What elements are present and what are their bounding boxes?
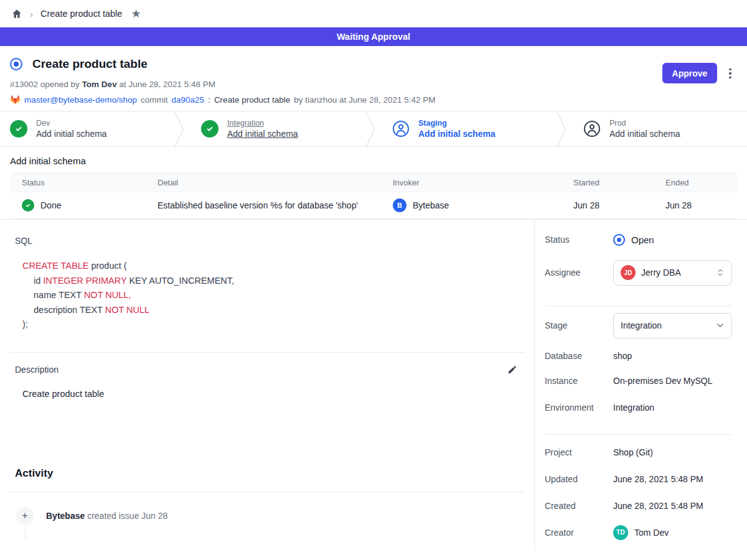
issue-open-time: at June 28, 2021 5:48 PM — [119, 80, 215, 89]
col-ended: Ended — [654, 174, 737, 192]
environment-label: Environment — [545, 403, 613, 413]
status-label: Status — [545, 235, 613, 245]
open-status-icon — [613, 234, 625, 246]
status-banner: Waiting Approval — [0, 27, 747, 46]
assignee-select[interactable]: JD Jerry DBA — [613, 260, 732, 286]
stage-separator — [365, 111, 376, 146]
breadcrumb: › Create product table ★ — [0, 0, 747, 27]
branch-repo-link[interactable]: master@bytebase-demo/shop — [24, 93, 137, 106]
stage-dev[interactable]: Dev Add initial schema — [0, 111, 174, 146]
page-title: Create product table — [32, 57, 148, 71]
stage-label: Stage — [545, 320, 613, 330]
activity-item: + Bytebase created issue Jun 28 — [16, 507, 525, 525]
chevron-right-icon: › — [30, 9, 33, 19]
gitlab-icon — [10, 95, 21, 105]
commit-word: commit — [141, 93, 168, 106]
status-banner-text: Waiting Approval — [337, 32, 410, 42]
more-options-icon[interactable] — [727, 65, 733, 82]
sql-label: SQL — [15, 236, 525, 246]
sql-text: KEY AUTO_INCREMENT, — [126, 276, 234, 286]
sql-keyword: NOT NULL, — [84, 290, 131, 300]
sql-text: name TEXT — [34, 290, 84, 300]
task-status-text: Done — [40, 200, 61, 210]
activity-heading: Activity — [15, 467, 525, 480]
assignee-value: Jerry DBA — [641, 268, 710, 278]
database-label: Database — [545, 351, 613, 361]
person-circle-icon — [583, 120, 601, 138]
activity-action: created issue Jun 28 — [87, 511, 167, 521]
divider — [545, 434, 732, 435]
edit-pencil-icon[interactable] — [507, 365, 517, 375]
col-detail: Detail — [146, 174, 381, 192]
sql-text: id — [34, 276, 43, 286]
issue-meta: #13002 opened by Tom Dev at June 28, 202… — [10, 78, 737, 91]
stage-pipeline: Dev Add initial schema Integration Add i… — [0, 111, 747, 147]
sql-code-block: CREATE TABLE product ( id INTEGER PRIMAR… — [22, 259, 525, 332]
stage-task-label: Add initial schema — [418, 128, 496, 140]
status-value: Open — [631, 235, 654, 245]
selector-icon — [715, 268, 725, 278]
issue-id-text: #13002 opened by — [10, 80, 80, 89]
stage-integration[interactable]: Integration Add initial schema — [185, 111, 365, 146]
instance-label: Instance — [545, 376, 613, 386]
table-header-row: Status Detail Invoker Started Ended — [10, 174, 737, 192]
stage-select[interactable]: Integration — [613, 313, 732, 338]
creator-avatar: TD — [613, 525, 628, 540]
description-content: Create product table — [22, 389, 525, 399]
creator-label: Creator — [545, 528, 613, 538]
person-circle-icon — [392, 120, 410, 138]
stage-task-label: Add initial schema — [36, 128, 107, 140]
stage-env-link[interactable]: Integration — [227, 118, 298, 128]
database-value: shop — [613, 351, 632, 361]
task-ended-date: Jun 28 — [654, 192, 737, 219]
approve-button[interactable]: Approve — [662, 63, 717, 83]
commit-message: Create product table — [214, 93, 290, 106]
commit-hash-link[interactable]: da90a25 — [172, 93, 205, 106]
breadcrumb-page-title: Create product table — [40, 9, 122, 19]
sql-keyword: INTEGER PRIMARY — [43, 276, 126, 286]
stage-task-link[interactable]: Add initial schema — [227, 128, 298, 140]
bookmark-star-icon[interactable]: ★ — [131, 7, 141, 21]
updated-value: June 28, 2021 5:48 PM — [613, 474, 703, 484]
created-value: June 28, 2021 5:48 PM — [613, 501, 703, 511]
activity-actor: Bytebase — [46, 511, 85, 521]
sql-text: description TEXT — [34, 305, 105, 315]
issue-sidebar: Status Open Assignee JD Jerry DBA Stage … — [534, 220, 747, 550]
project-value: Shop (Git) — [613, 447, 653, 457]
stage-prod[interactable]: Prod Add initial schema — [567, 111, 747, 146]
invoker-name: Bytebase — [413, 200, 449, 210]
stage-env-label: Staging — [418, 118, 496, 128]
commit-info: master@bytebase-demo/shop commit da90a25… — [10, 93, 737, 106]
issue-author: Tom Dev — [82, 80, 117, 89]
bytebase-avatar: B — [393, 198, 406, 212]
plus-icon: + — [16, 507, 34, 525]
check-circle-icon — [10, 120, 27, 138]
col-invoker: Invoker — [381, 174, 561, 192]
issue-open-icon — [10, 58, 22, 70]
instance-value: On-premises Dev MySQL — [613, 376, 712, 386]
updated-label: Updated — [545, 474, 613, 484]
stage-value: Integration — [621, 320, 710, 330]
stage-staging[interactable]: Staging Add initial schema — [376, 111, 556, 146]
project-label: Project — [545, 447, 613, 457]
stage-env-label: Dev — [36, 118, 107, 128]
issue-header: Create product table #13002 opened by To… — [0, 46, 747, 111]
timeline-line — [25, 526, 26, 539]
commit-colon: : — [208, 93, 210, 106]
sql-text: product ( — [88, 261, 126, 271]
home-icon[interactable] — [11, 8, 22, 19]
description-label: Description — [15, 365, 59, 375]
stage-separator — [174, 111, 185, 146]
assignee-avatar: JD — [621, 265, 636, 280]
col-started: Started — [561, 174, 654, 192]
done-check-icon — [22, 199, 34, 212]
divider — [10, 492, 525, 492]
sql-text: ); — [22, 319, 28, 329]
check-circle-icon — [201, 120, 218, 138]
divider — [545, 306, 732, 306]
main-content: SQL CREATE TABLE product ( id INTEGER PR… — [0, 220, 534, 550]
created-label: Created — [545, 501, 613, 511]
divider — [10, 352, 525, 353]
stage-separator — [556, 111, 567, 146]
table-row: Done Established baseline version %s for… — [10, 192, 737, 219]
